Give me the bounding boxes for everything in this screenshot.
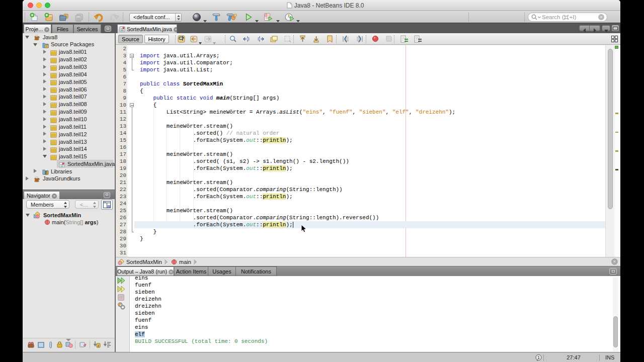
svg-text:1: 1 <box>537 355 540 360</box>
svg-text:z: z <box>98 344 100 347</box>
